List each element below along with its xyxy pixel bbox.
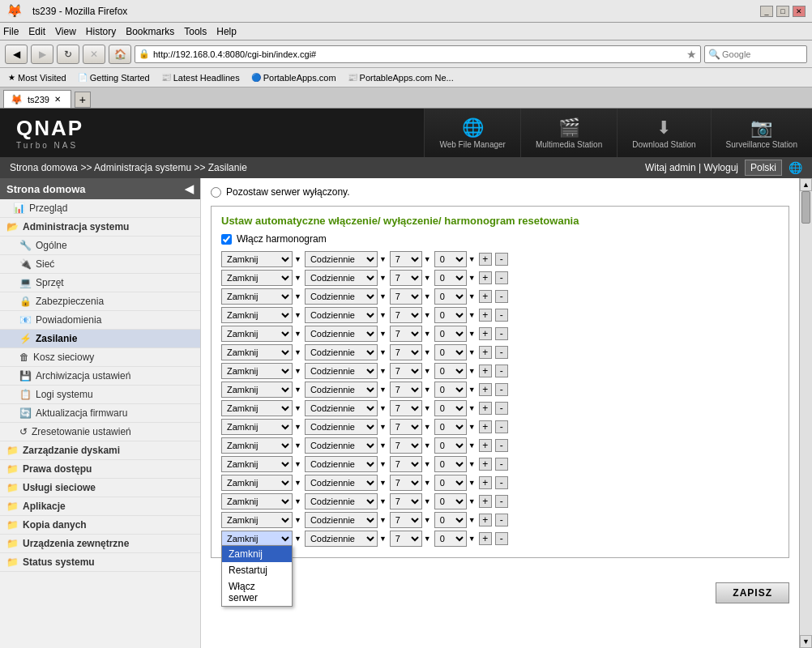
sidebar-item-archiwizacja[interactable]: 💾 Archiwizacja ustawień (0, 367, 200, 386)
add-row-button-2[interactable]: + (479, 271, 492, 284)
hour-select-12[interactable]: 7 (390, 456, 422, 472)
min-select-12[interactable]: 0 (434, 456, 467, 472)
remove-row-button-6[interactable]: - (495, 346, 508, 359)
min-select-15[interactable]: 0 (434, 512, 467, 528)
sidebar-item-kosz[interactable]: 🗑 Kosz sieciowy (0, 348, 200, 367)
min-select-2[interactable]: 0 (434, 270, 467, 286)
min-select-8[interactable]: 0 (434, 382, 467, 398)
add-row-button-3[interactable]: + (479, 290, 492, 303)
sidebar-item-reset[interactable]: ↺ Zresetowanie ustawień (0, 423, 200, 441)
freq-select-2[interactable]: Codziennie (305, 270, 378, 286)
action-select-13[interactable]: ZamknijRestartujWłącz serwer (221, 475, 293, 491)
close-button[interactable]: ✕ (793, 6, 806, 17)
sidebar-item-przeglad[interactable]: 📊 Przegląd (0, 199, 200, 218)
leave-off-radio[interactable] (211, 187, 221, 198)
add-row-button-16[interactable]: + (479, 532, 492, 545)
sidebar-group-dyski[interactable]: 📁 Zarządzanie dyskami (0, 441, 200, 460)
min-select-13[interactable]: 0 (434, 475, 467, 491)
freq-select-16[interactable]: Codziennie (305, 531, 378, 547)
menu-view[interactable]: View (55, 26, 76, 37)
add-row-button-13[interactable]: + (479, 476, 492, 489)
add-row-button-7[interactable]: + (479, 364, 492, 377)
sidebar-group-urzadzenia[interactable]: 📁 Urządzenia zewnętrzne (0, 535, 200, 553)
remove-row-button-15[interactable]: - (495, 514, 508, 526)
sidebar-item-logi[interactable]: 📋 Logi systemu (0, 386, 200, 404)
hour-select-16[interactable]: 7 (390, 531, 422, 547)
save-button[interactable]: ZAPISZ (716, 582, 789, 603)
remove-row-button-4[interactable]: - (495, 309, 508, 322)
dropdown-item-wlacz[interactable]: Włącz serwer (222, 578, 292, 606)
hour-select-13[interactable]: 7 (390, 475, 422, 491)
scroll-down-arrow[interactable]: ▼ (800, 635, 812, 648)
sidebar-item-zasilanie[interactable]: ⚡ Zasilanie (0, 330, 200, 348)
action-select-16[interactable]: Zamknij Restartuj Włącz serwer (221, 531, 293, 547)
action-select-1[interactable]: ZamknijRestartujWłącz serwer (221, 251, 293, 267)
min-select-9[interactable]: 0 (434, 400, 467, 416)
remove-row-button-12[interactable]: - (495, 458, 508, 471)
freq-select-7[interactable]: Codziennie (305, 363, 378, 379)
hour-select-5[interactable]: 7 (390, 326, 422, 342)
menu-bookmarks[interactable]: Bookmarks (126, 26, 174, 37)
tab-close-button[interactable]: ✕ (54, 95, 61, 104)
bookmark-most-visited[interactable]: ★ Most Visited (5, 71, 70, 84)
add-row-button-9[interactable]: + (479, 402, 492, 415)
add-row-button-11[interactable]: + (479, 439, 492, 452)
sidebar-item-aktualizacja[interactable]: 🔄 Aktualizacja firmwaru (0, 404, 200, 423)
remove-row-button-16[interactable]: - (495, 532, 508, 545)
bookmark-portableapps2[interactable]: 📰 PortableApps.com Ne... (344, 71, 457, 84)
min-select-16[interactable]: 0 (434, 531, 467, 547)
reload-button[interactable]: ↻ (57, 45, 79, 64)
action-select-9[interactable]: ZamknijRestartujWłącz serwer (221, 400, 293, 416)
nav-multimedia-station[interactable]: 🎬 Multimedia Station (520, 109, 617, 157)
freq-select-10[interactable]: Codziennie (305, 419, 378, 435)
vertical-scrollbar[interactable]: ▲ ▼ (799, 178, 812, 648)
action-select-11[interactable]: ZamknijRestartujWłącz serwer (221, 437, 293, 454)
forward-button[interactable]: ▶ (31, 45, 53, 64)
hour-select-7[interactable]: 7 (390, 363, 422, 379)
sidebar-item-siec[interactable]: 🔌 Sieć (0, 255, 200, 274)
action-dropdown-popup[interactable]: Zamknij Restartuj Włącz serwer (221, 545, 293, 607)
freq-select-13[interactable]: Codziennie (305, 475, 378, 491)
bookmark-getting-started[interactable]: 📄 Getting Started (75, 71, 153, 84)
hour-select-14[interactable]: 7 (390, 493, 422, 509)
address-bar[interactable]: 🔒 ★ (135, 45, 701, 63)
hour-select-2[interactable]: 7 (390, 270, 422, 286)
remove-row-button-13[interactable]: - (495, 476, 508, 489)
nav-web-file-manager[interactable]: 🌐 Web File Manager (424, 109, 520, 157)
dropdown-item-restartuj[interactable]: Restartuj (222, 562, 292, 578)
hour-select-3[interactable]: 7 (390, 288, 422, 305)
hour-select-4[interactable]: 7 (390, 307, 422, 323)
action-select-5[interactable]: ZamknijRestartujWłącz serwer (221, 326, 293, 342)
hour-select-10[interactable]: 7 (390, 419, 422, 435)
add-row-button-10[interactable]: + (479, 420, 492, 433)
freq-select-3[interactable]: Codziennie (305, 288, 378, 305)
action-select-2[interactable]: ZamknijRestartujWłącz serwer (221, 270, 293, 286)
home-button[interactable]: 🏠 (109, 45, 131, 64)
bookmark-portableapps[interactable]: 🔵 PortableApps.com (248, 71, 340, 84)
freq-select-11[interactable]: Codziennie (305, 437, 378, 454)
sidebar-item-powiadomienia[interactable]: 📧 Powiadomienia (0, 311, 200, 330)
min-select-11[interactable]: 0 (434, 437, 467, 454)
remove-row-button-1[interactable]: - (495, 253, 508, 266)
stop-button[interactable]: ✕ (83, 45, 105, 64)
hour-select-11[interactable]: 7 (390, 437, 422, 454)
remove-row-button-3[interactable]: - (495, 290, 508, 303)
freq-select-14[interactable]: Codziennie (305, 493, 378, 509)
action-select-3[interactable]: ZamknijRestartujWłącz serwer (221, 288, 293, 305)
min-select-4[interactable]: 0 (434, 307, 467, 323)
hour-select-15[interactable]: 7 (390, 512, 422, 528)
remove-row-button-14[interactable]: - (495, 495, 508, 508)
sidebar-group-kopia[interactable]: 📁 Kopia danych (0, 516, 200, 535)
add-row-button-14[interactable]: + (479, 495, 492, 508)
sidebar-group-status[interactable]: 📁 Status systemu (0, 553, 200, 572)
enable-schedule-checkbox[interactable] (221, 234, 232, 245)
add-row-button-4[interactable]: + (479, 309, 492, 322)
menu-history[interactable]: History (86, 26, 116, 37)
action-select-10[interactable]: ZamknijRestartujWłącz serwer (221, 419, 293, 435)
remove-row-button-10[interactable]: - (495, 420, 508, 433)
sidebar-group-administracja[interactable]: 📂 Administracja systemu (0, 218, 200, 237)
add-row-button-1[interactable]: + (479, 253, 492, 266)
action-select-12[interactable]: ZamknijRestartujWłącz serwer (221, 456, 293, 472)
add-row-button-12[interactable]: + (479, 458, 492, 471)
tab-ts239[interactable]: 🦊 ts239 ✕ (3, 90, 71, 108)
